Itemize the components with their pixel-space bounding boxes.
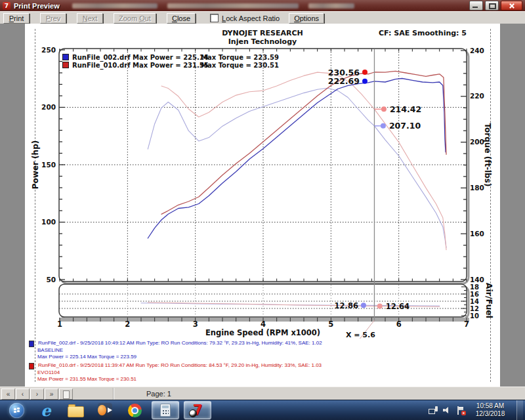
- toolbar-button-prev[interactable]: Prev: [40, 13, 66, 24]
- report-company: Injen Technology: [25, 37, 500, 46]
- svg-text:12: 12: [470, 305, 479, 312]
- show-desktop-button[interactable]: [516, 400, 523, 420]
- page-number-label: Page: 1: [146, 390, 171, 398]
- toolbar-items: PrintPrevNextZoom OutCloseLock Aspect Ra…: [3, 13, 335, 24]
- minimize-icon: [472, 7, 478, 8]
- run-info-line2: EVO1104: [29, 369, 488, 376]
- svg-text:50: 50: [46, 276, 56, 284]
- window-title: Print Preview: [14, 2, 60, 10]
- start-orb-icon: [9, 403, 24, 418]
- checkbox-box[interactable]: [210, 14, 219, 22]
- svg-text:4: 4: [261, 320, 266, 329]
- clock-time: 10:58 AM: [473, 402, 507, 410]
- taskbar-item-start[interactable]: [4, 402, 29, 419]
- dyno-chart: 50100150200250140160180200220240Power (h…: [25, 24, 500, 387]
- svg-text:X = 5.6: X = 5.6: [346, 331, 375, 339]
- title-bar[interactable]: 7 Print Preview: [0, 0, 525, 11]
- last-page-button[interactable]: »: [45, 388, 58, 400]
- run-info-line3: Max Power = 225.14 Max Torque = 223.59: [29, 354, 488, 360]
- prev-page-button[interactable]: ‹: [16, 388, 30, 400]
- toolbar-button-close[interactable]: Close: [167, 13, 196, 24]
- taskbar-item-calculator[interactable]: [152, 401, 179, 419]
- next-page-button[interactable]: ›: [30, 388, 44, 400]
- svg-text:200: 200: [470, 138, 484, 146]
- redacted-title-text: [72, 3, 158, 9]
- system-tray: x 10:58 AM 12/3/2018: [429, 400, 525, 420]
- svg-text:7: 7: [464, 320, 469, 329]
- network-icon[interactable]: [429, 406, 438, 414]
- media-player-icon: [98, 403, 112, 417]
- report-page: 50100150200250140160180200220240Power (h…: [25, 24, 500, 387]
- run-color-swatch: [29, 363, 34, 369]
- svg-text:214.42: 214.42: [390, 104, 421, 114]
- pager-divider: [113, 388, 114, 400]
- volume-icon[interactable]: [443, 406, 452, 414]
- svg-text:140: 140: [470, 276, 484, 284]
- svg-text:16: 16: [470, 291, 479, 298]
- chrome-icon: [128, 404, 142, 417]
- taskbar-items: e7: [4, 401, 211, 419]
- chart-legend: RunFile_002.drf Max Power = 225.14Max To…: [62, 53, 279, 69]
- run-color-swatch: [29, 341, 34, 347]
- restore-icon: [489, 3, 496, 9]
- legend-torque: Max Torque = 223.59: [201, 54, 279, 61]
- taskbar-item-winpep7[interactable]: 7: [184, 401, 211, 419]
- redacted-title-text: [167, 3, 299, 9]
- page-nav-bar: «‹›» Page: 1: [0, 387, 525, 400]
- run-info-block: RunFile_010.drf - 9/25/2018 11:39:47 AM …: [29, 362, 488, 383]
- calculator-icon: [160, 404, 171, 417]
- first-page-button[interactable]: «: [1, 388, 15, 400]
- svg-text:Air/Fuel: Air/Fuel: [484, 283, 494, 318]
- taskbar-item-chrome[interactable]: [122, 402, 147, 419]
- svg-text:160: 160: [470, 230, 484, 238]
- taskbar-item-file-explorer[interactable]: [63, 402, 88, 419]
- winpep7-icon: 7: [193, 404, 203, 417]
- svg-text:207.10: 207.10: [389, 121, 421, 131]
- toolbar-button-zoom-out[interactable]: Zoom Out: [114, 13, 156, 24]
- print-preview-window: 7 Print Preview PrintPrevNextZoom OutClo…: [0, 0, 525, 420]
- restore-button[interactable]: [485, 1, 499, 10]
- legend-torque: Max Torque = 230.51: [201, 62, 279, 69]
- svg-text:222.69: 222.69: [328, 76, 360, 86]
- svg-text:100: 100: [41, 218, 56, 226]
- run-info: RunFile_002.drf - 9/25/2018 10:49:12 AM …: [29, 340, 488, 385]
- svg-text:5: 5: [328, 320, 333, 329]
- pager-buttons: «‹›»: [1, 388, 74, 400]
- toolbar: PrintPrevNextZoom OutCloseLock Aspect Ra…: [0, 11, 525, 25]
- svg-text:Engine Speed (RPM x1000): Engine Speed (RPM x1000): [205, 328, 320, 337]
- action-center-icon[interactable]: x: [457, 406, 465, 415]
- clock-date: 12/3/2018: [473, 410, 507, 418]
- run-info-line2: BASELINE: [29, 347, 488, 354]
- toolbar-button-options[interactable]: Options: [289, 13, 324, 24]
- svg-text:1: 1: [57, 320, 62, 329]
- folder-icon: [68, 406, 84, 417]
- svg-text:14: 14: [470, 298, 479, 305]
- svg-text:240: 240: [470, 47, 484, 54]
- minimize-button[interactable]: [469, 1, 483, 10]
- svg-text:3: 3: [193, 320, 198, 329]
- legend-row: RunFile_010.drf Max Power = 231.55Max To…: [62, 61, 279, 69]
- taskbar-item-internet-explorer[interactable]: e: [33, 402, 58, 419]
- svg-text:10: 10: [470, 312, 479, 320]
- svg-text:200: 200: [41, 103, 56, 111]
- svg-text:2: 2: [125, 320, 130, 329]
- app-icon: 7: [3, 2, 10, 10]
- svg-text:18: 18: [470, 284, 479, 291]
- svg-text:12.64: 12.64: [386, 302, 410, 311]
- page-icon-button[interactable]: [59, 388, 73, 400]
- toolbar-button-next[interactable]: Next: [77, 13, 103, 24]
- taskbar-clock[interactable]: 10:58 AM 12/3/2018: [473, 402, 507, 418]
- toolbar-button-print[interactable]: Print: [3, 13, 30, 24]
- lock-aspect-ratio-checkbox[interactable]: Lock Aspect Ratio: [210, 14, 280, 22]
- run-info-line1: RunFile_002.drf - 9/25/2018 10:49:12 AM …: [29, 340, 488, 347]
- svg-text:12.86: 12.86: [335, 301, 358, 310]
- run-info-line3: Max Power = 231.55 Max Torque = 230.51: [29, 376, 488, 383]
- taskbar-item-media-player[interactable]: [93, 402, 117, 419]
- svg-text:220: 220: [470, 92, 484, 100]
- svg-text:6: 6: [396, 320, 402, 329]
- correction-factor-note: CF: SAE Smoothing: 5: [379, 29, 467, 37]
- legend-file-power: RunFile_002.drf Max Power = 225.14: [72, 54, 201, 61]
- svg-text:Power (hp): Power (hp): [31, 140, 40, 189]
- close-window-button[interactable]: [501, 1, 522, 10]
- legend-color-swatch: [62, 54, 69, 60]
